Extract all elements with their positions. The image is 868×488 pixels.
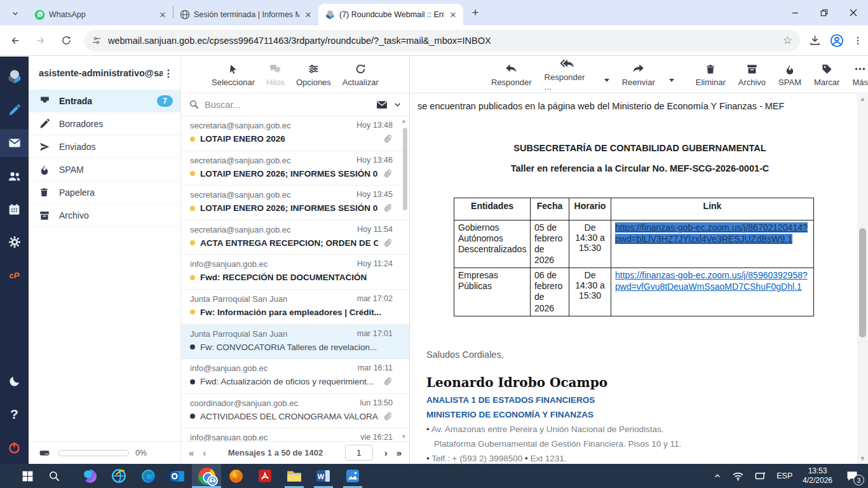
profile-avatar-icon[interactable] xyxy=(830,34,844,48)
zoom-meeting-link[interactable]: https://finanzas-gob-ec.zoom.us/j/859603… xyxy=(615,270,808,292)
tray-expand-chevron-icon[interactable] xyxy=(713,471,722,480)
reply-button[interactable]: Responder xyxy=(491,63,532,87)
folder-archivo[interactable]: Archivo xyxy=(29,204,180,227)
message-list-item[interactable]: Junta Parroquial San Juan mar 17:02 Fw: … xyxy=(181,290,409,325)
window-close-button[interactable] xyxy=(839,0,868,25)
message-list-item[interactable]: info@sanjuan.gob.ec Hoy 11:24 Fwd: RECEP… xyxy=(181,255,409,290)
tab-close-icon[interactable]: ✕ xyxy=(448,10,458,20)
scroll-down-arrow[interactable]: ▼ xyxy=(860,454,866,464)
refresh-button[interactable]: Actualizar xyxy=(342,63,379,87)
site-settings-icon[interactable] xyxy=(92,36,102,46)
next-page-button[interactable]: › xyxy=(384,447,388,458)
folder-borradores[interactable]: Borradores xyxy=(29,112,180,135)
photos-icon[interactable] xyxy=(338,464,367,488)
message-list-item[interactable]: info@sanjuan.gob.ec vie 16:21 xyxy=(181,428,409,441)
contacts-nav-button[interactable] xyxy=(0,162,29,190)
outlook-icon[interactable] xyxy=(163,464,192,488)
last-page-button[interactable]: » xyxy=(397,447,402,458)
search-options-chevron-icon[interactable] xyxy=(393,100,402,109)
search-scope-mail-icon[interactable] xyxy=(376,98,388,111)
message-list-item[interactable]: secretaria@sanjuan.gob.ec Hoy 13:48 LOTA… xyxy=(181,116,409,151)
first-page-button[interactable]: « xyxy=(189,447,194,458)
tab-search-chevron-icon[interactable] xyxy=(6,4,24,22)
cpanel-icon[interactable]: cP xyxy=(0,261,29,289)
reply-all-button[interactable]: Responder ... xyxy=(545,58,590,92)
message-list-item[interactable]: secretaria@sanjuan.gob.ec Hoy 13:46 LOTA… xyxy=(181,151,409,186)
message-list-item[interactable]: Junta Parroquial San Juan mar 17:01 Fw: … xyxy=(181,325,409,360)
window-restore-button[interactable] xyxy=(810,0,839,25)
window-minimize-button[interactable] xyxy=(780,0,810,25)
zoom-meeting-link[interactable]: https://finanzas-gob-ec.zoom.us/j/867021… xyxy=(615,222,808,244)
tab-whatsapp[interactable]: WhatsApp ✕ xyxy=(28,4,173,25)
archive-button[interactable]: Archivo xyxy=(738,63,766,87)
content-scrollbar[interactable]: ▲ ▼ xyxy=(857,94,868,464)
internet-explorer-icon[interactable] xyxy=(104,464,133,488)
forward-icon xyxy=(632,63,645,76)
tab-close-icon[interactable]: ✕ xyxy=(303,10,313,20)
search-bar[interactable] xyxy=(181,93,409,116)
forward-button[interactable] xyxy=(31,30,51,51)
folder-spam[interactable]: SPAM xyxy=(29,158,180,181)
start-button[interactable] xyxy=(13,464,42,488)
select-button[interactable]: Seleccionar xyxy=(212,63,255,87)
calendar-nav-button[interactable] xyxy=(0,195,29,223)
list-scroll-up-arrow[interactable]: ▲ xyxy=(401,118,407,124)
page-number-input[interactable]: 1 xyxy=(345,445,373,461)
folder-entrada[interactable]: Entrada 7 xyxy=(29,90,180,112)
delete-button[interactable]: Eliminar xyxy=(696,63,726,87)
reply-all-caret-icon[interactable] xyxy=(604,79,609,82)
message-list-item[interactable]: coordinador@sanjuan.gob.ec lun 13:50 ACT… xyxy=(181,394,409,429)
acrobat-icon[interactable] xyxy=(250,464,280,488)
options-button[interactable]: Opciones xyxy=(296,63,331,87)
new-tab-button[interactable]: + xyxy=(467,4,484,21)
help-button[interactable]: ? xyxy=(0,400,29,428)
taskbar-search-button[interactable] xyxy=(42,464,66,488)
downloads-icon[interactable] xyxy=(809,34,821,46)
spam-button[interactable]: SPAM xyxy=(778,63,801,87)
chrome-taskbar-icon[interactable] xyxy=(192,464,221,488)
tab-close-icon[interactable]: ✕ xyxy=(158,10,168,20)
bookmark-star-icon[interactable]: ☆ xyxy=(783,34,792,47)
forward-button[interactable]: Reenviar xyxy=(622,63,655,87)
reload-button[interactable] xyxy=(56,30,76,51)
logout-button[interactable] xyxy=(0,433,29,461)
browser-menu-icon[interactable] xyxy=(853,36,863,46)
tab-roundcube-active[interactable]: (7) Roundcube Webmail :: Entra ✕ xyxy=(318,4,463,25)
tab-sesion-terminada[interactable]: Sesión terminada | Informes Me ✕ xyxy=(173,4,318,25)
mail-nav-button[interactable] xyxy=(0,129,29,157)
action-center-button[interactable]: 3 xyxy=(843,468,862,484)
word-icon[interactable]: W xyxy=(309,464,338,488)
forward-caret-icon[interactable] xyxy=(669,79,674,82)
wifi-icon[interactable] xyxy=(732,470,744,482)
mark-button[interactable]: Marcar xyxy=(814,63,839,87)
message-sender: coordinador@sanjuan.gob.ec xyxy=(190,398,355,408)
folder-papelera[interactable]: Papelera xyxy=(29,181,180,204)
account-menu-icon[interactable]: ⋮ xyxy=(163,72,174,75)
more-button[interactable]: Más xyxy=(852,63,868,87)
compose-button[interactable] xyxy=(0,96,29,124)
message-list-item[interactable]: secretaria@sanjuan.gob.ec Hoy 13:45 LOTA… xyxy=(181,186,409,220)
copilot-icon[interactable] xyxy=(75,464,104,488)
prev-page-button[interactable]: ‹ xyxy=(203,447,206,458)
scroll-up-arrow[interactable]: ▲ xyxy=(860,94,866,104)
taskbar-clock[interactable]: 13:53 4/2/2026 xyxy=(803,466,832,485)
file-explorer-icon[interactable] xyxy=(280,464,309,488)
keyboard-language[interactable]: ESP xyxy=(776,471,792,480)
settings-nav-button[interactable] xyxy=(0,228,29,256)
options-sliders-icon xyxy=(308,63,320,76)
schedule-table: Entidades Fecha Horario Link Gobiernos A… xyxy=(454,198,814,316)
dark-mode-button[interactable] xyxy=(0,367,29,395)
threads-button[interactable]: Hilos xyxy=(266,63,285,87)
folder-enviados[interactable]: Enviados xyxy=(29,135,180,158)
search-input[interactable] xyxy=(205,100,370,110)
message-list-item[interactable]: secretaria@sanjuan.gob.ec Hoy 11:54 ACTA… xyxy=(181,220,409,255)
message-list-item[interactable]: info@sanjuan.gob.ec mar 16:11 Fwd: Actua… xyxy=(181,359,409,394)
content-scrollbar-thumb[interactable] xyxy=(859,228,866,337)
list-scroll-down-arrow[interactable]: ▼ xyxy=(401,433,407,440)
list-scrollbar-thumb[interactable] xyxy=(403,128,407,210)
address-bar[interactable]: webmail.sanjuan.gob.ec/cpsess9964711463/… xyxy=(84,30,800,51)
firefox-icon[interactable] xyxy=(221,464,250,488)
back-button[interactable] xyxy=(5,30,25,51)
edge-icon[interactable] xyxy=(133,464,163,488)
connect-display-icon[interactable] xyxy=(754,470,766,482)
